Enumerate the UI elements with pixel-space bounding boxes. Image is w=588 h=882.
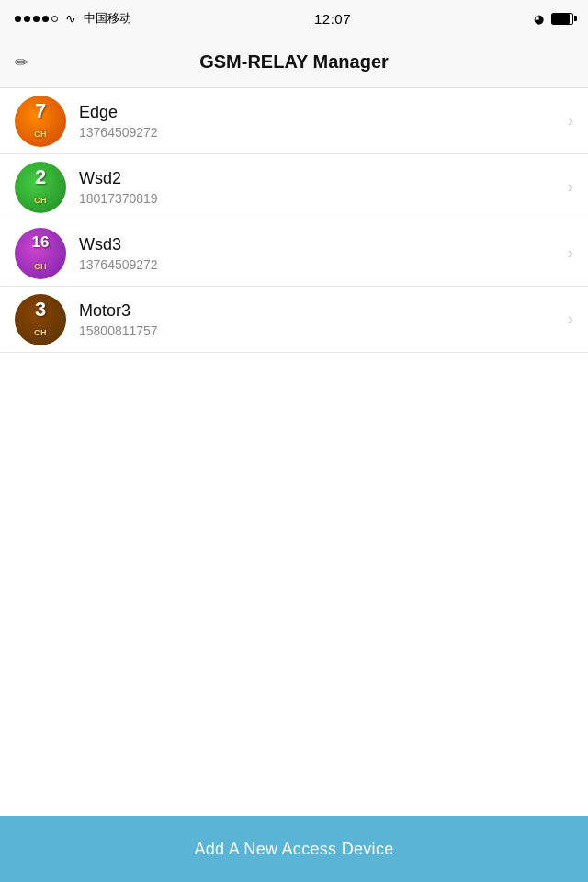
device-name-wsd2: Wsd2 — [79, 169, 568, 188]
device-icon-edge: 7 CH — [15, 96, 66, 147]
add-device-label: Add A New Access Device — [194, 840, 393, 859]
add-device-button[interactable]: Add A New Access Device — [0, 816, 588, 882]
status-bar: ∿ 中国移动 12:07 ◕ — [0, 0, 588, 37]
icon-channel-number: 3 — [35, 300, 46, 320]
nav-title: GSM-RELAY Manager — [199, 51, 389, 73]
device-phone-wsd2: 18017370819 — [79, 191, 568, 206]
nav-bar: ✏ GSM-RELAY Manager — [0, 37, 588, 88]
chevron-icon-motor3: › — [568, 310, 573, 329]
signal-dot-3 — [33, 16, 40, 22]
signal-dot-5 — [51, 16, 58, 22]
wifi-icon: ∿ — [65, 11, 76, 26]
device-icon-wsd3: 16 CH — [15, 228, 66, 279]
chevron-icon-edge: › — [568, 111, 573, 130]
device-phone-edge: 13764509272 — [79, 125, 568, 140]
battery-fill — [552, 14, 570, 24]
device-list: 7 CH Edge 13764509272 › 2 CH Wsd2 180173… — [0, 88, 588, 353]
device-text-wsd3: Wsd3 13764509272 — [79, 235, 568, 272]
list-item[interactable]: 16 CH Wsd3 13764509272 › — [0, 220, 588, 287]
device-text-edge: Edge 13764509272 — [79, 103, 568, 140]
carrier-text: 中国移动 — [84, 10, 131, 27]
chevron-icon-wsd3: › — [568, 243, 573, 263]
icon-ch-label: CH — [34, 196, 47, 205]
device-text-wsd2: Wsd2 18017370819 — [79, 169, 568, 206]
battery-icon — [551, 13, 573, 25]
icon-ch-label: CH — [34, 130, 47, 139]
chevron-icon-wsd2: › — [568, 177, 573, 197]
signal-dots — [15, 16, 58, 22]
icon-ch-label: CH — [34, 328, 47, 337]
signal-dot-2 — [24, 16, 30, 22]
list-item[interactable]: 7 CH Edge 13764509272 › — [0, 88, 588, 154]
signal-dot-1 — [15, 16, 21, 22]
device-name-edge: Edge — [79, 103, 568, 122]
edit-button[interactable]: ✏ — [15, 52, 28, 73]
icon-channel-number: 16 — [32, 234, 50, 250]
device-name-wsd3: Wsd3 — [79, 235, 568, 254]
icon-ch-label: CH — [34, 262, 47, 271]
lock-icon: ◕ — [534, 12, 544, 26]
device-phone-motor3: 15800811757 — [79, 323, 568, 338]
status-right: ◕ — [534, 12, 573, 26]
device-name-motor3: Motor3 — [79, 301, 568, 321]
device-icon-wsd2: 2 CH — [15, 162, 66, 213]
device-icon-motor3: 3 CH — [15, 294, 66, 345]
device-phone-wsd3: 13764509272 — [79, 257, 568, 272]
icon-channel-number: 2 — [35, 167, 46, 187]
list-item[interactable]: 2 CH Wsd2 18017370819 › — [0, 154, 588, 220]
list-item[interactable]: 3 CH Motor3 15800811757 › — [0, 287, 588, 353]
status-time: 12:07 — [314, 11, 351, 27]
device-text-motor3: Motor3 15800811757 — [79, 301, 568, 338]
icon-channel-number: 7 — [35, 101, 46, 121]
status-left: ∿ 中国移动 — [15, 10, 131, 27]
signal-dot-4 — [42, 16, 49, 22]
